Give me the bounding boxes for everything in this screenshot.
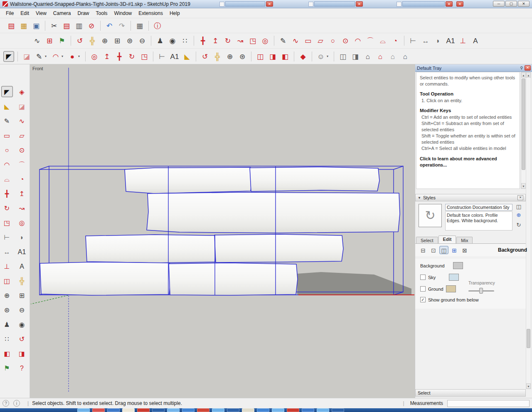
scrollbar-thumb[interactable] [522, 78, 525, 170]
background-window-close-icon[interactable]: ✕ [356, 1, 363, 7]
taskbar-button[interactable] [122, 408, 135, 412]
materials-browser-icon[interactable]: ◨ [267, 51, 278, 62]
zoom-icon[interactable]: ⊕ [1, 289, 13, 301]
styles-browser-icon[interactable]: ◧ [280, 51, 291, 62]
tags-icon[interactable]: ◆ [298, 51, 308, 62]
scroll-up-icon[interactable]: ▲ [521, 72, 526, 78]
background-window-close-icon[interactable]: ✕ [266, 1, 273, 7]
transparency-slider[interactable] [468, 288, 494, 294]
push-pull-icon[interactable]: ↥ [101, 51, 112, 62]
styles-close-icon[interactable]: ✕ [517, 195, 523, 200]
paint-bucket-icon[interactable]: ◣ [182, 51, 192, 62]
taskbar-button[interactable] [77, 408, 90, 412]
scroll-down-icon[interactable]: ▼ [521, 183, 526, 189]
erase-icon[interactable]: ⊘ [86, 20, 97, 31]
model-info-icon[interactable]: ⓘ [152, 20, 163, 31]
previous-view-icon[interactable]: ⊖ [16, 304, 28, 315]
sign-in-avatar-icon[interactable]: ☺ [315, 51, 326, 62]
select-icon[interactable]: ◤ [1, 86, 13, 97]
menu-draw[interactable]: Draw [74, 9, 93, 17]
orbit-icon[interactable]: ↺ [200, 51, 210, 62]
style-thumbnail[interactable]: ↻ [419, 204, 442, 227]
look-around-icon[interactable]: ◉ [167, 35, 178, 46]
shapes-dropdown[interactable]: ▾ [78, 54, 82, 58]
three-d-text-icon[interactable]: A [470, 35, 481, 46]
rotate-icon[interactable]: ↻ [222, 35, 233, 46]
taskbar-button[interactable] [197, 408, 209, 412]
follow-me-icon[interactable]: ↝ [235, 35, 246, 46]
offset-icon[interactable]: ◎ [260, 35, 271, 46]
orbit-icon[interactable]: ↺ [74, 35, 85, 46]
circle-icon[interactable]: ○ [328, 35, 338, 46]
rotate-icon[interactable]: ↻ [126, 51, 137, 62]
maximize-button[interactable]: ▢ [505, 1, 517, 7]
help-icon[interactable]: ? [16, 362, 28, 373]
text-icon[interactable]: A1 [16, 246, 28, 257]
taskbar-button[interactable] [227, 408, 239, 412]
zoom-icon[interactable]: ⊕ [99, 35, 110, 46]
info-icon[interactable]: i [13, 400, 20, 407]
tray-scrollbar[interactable]: ▲ ▼ [526, 72, 531, 389]
style-name-input[interactable]: Construction Documentation Sty [445, 204, 512, 211]
offset-icon[interactable]: ◎ [89, 51, 100, 62]
minimize-button[interactable]: ─ [493, 1, 505, 7]
protractor-icon[interactable]: ◗ [16, 231, 28, 243]
section-display-icon[interactable]: ◧ [1, 348, 13, 359]
taskbar-button[interactable] [152, 408, 165, 412]
plank-row4-right[interactable] [169, 263, 298, 295]
scroll-down-icon[interactable]: ▼ [526, 383, 531, 389]
paint-bucket-icon[interactable]: ◣ [1, 101, 13, 112]
background-color-swatch[interactable] [453, 262, 463, 269]
background-window-close-icon[interactable]: ✕ [446, 1, 453, 7]
two-point-arc-icon[interactable]: ⌒ [365, 35, 376, 46]
menu-camera[interactable]: Camera [50, 9, 74, 17]
measurements-input[interactable] [447, 400, 530, 407]
plank-row1-right[interactable] [250, 167, 379, 191]
background-window-tab[interactable]: ✕ [397, 1, 455, 7]
scale-icon[interactable]: ◳ [247, 35, 258, 46]
pie-icon[interactable]: ◔ [16, 173, 28, 184]
taskbar-button[interactable] [287, 408, 299, 412]
polygon-icon[interactable]: ⊙ [340, 35, 351, 46]
plank-row4-left[interactable] [40, 262, 171, 295]
text-icon[interactable]: A1 [169, 51, 180, 62]
print-icon[interactable]: ▦ [134, 20, 145, 31]
taskbar-button[interactable] [302, 408, 314, 412]
extension-warehouse-icon[interactable]: ⌂ [387, 51, 398, 62]
select-panel-header[interactable]: Select [415, 389, 526, 397]
sky-checkbox[interactable] [420, 275, 426, 280]
protractor-icon[interactable]: ◗ [433, 35, 443, 46]
background-window-close-icon[interactable]: ✕ [456, 1, 463, 7]
rotate-icon[interactable]: ↻ [1, 202, 13, 213]
taskbar-button[interactable] [317, 408, 329, 412]
pie-icon[interactable]: ◔ [390, 35, 401, 46]
move-icon[interactable]: ╋ [1, 188, 13, 199]
ground-color-swatch[interactable] [446, 285, 456, 292]
add-location-icon[interactable]: ⚑ [1, 362, 13, 373]
walk-icon[interactable]: ∷ [180, 35, 190, 46]
plank-row1-left[interactable] [125, 167, 252, 194]
push-pull-icon[interactable]: ↥ [210, 35, 221, 46]
tape-measure-icon[interactable]: ⊢ [157, 51, 167, 62]
tray-header[interactable]: Default Tray ⚲ ✕ [415, 64, 532, 72]
axes-icon[interactable]: ⊥ [458, 35, 468, 46]
line-dropdown[interactable]: ▾ [45, 54, 49, 58]
follow-me-icon[interactable]: ↝ [16, 202, 28, 213]
dimension-icon[interactable]: ↔ [1, 246, 13, 257]
pan-icon[interactable]: ╬ [87, 35, 98, 46]
taskbar-button[interactable] [167, 408, 180, 412]
arc-dropdown[interactable]: ▾ [62, 54, 65, 58]
background-window-tab[interactable]: ✕ [219, 1, 275, 7]
plank-row2[interactable] [147, 192, 400, 233]
rectangle-icon[interactable]: ▭ [1, 130, 13, 141]
rectangle-icon[interactable]: ▭ [303, 35, 313, 46]
walk-icon[interactable]: ∷ [1, 333, 13, 344]
trimble-connect-icon[interactable]: ⌂ [400, 51, 411, 62]
previous-view-icon[interactable]: ⊖ [137, 35, 148, 46]
open-icon[interactable]: ▦ [18, 20, 29, 31]
new-style-icon[interactable]: ⊕ [515, 211, 522, 218]
pan-icon[interactable]: ╬ [16, 275, 28, 286]
three-point-arc-icon[interactable]: ⌓ [1, 173, 13, 184]
copy-icon[interactable]: ▤ [61, 20, 72, 31]
background-window-tab[interactable]: ✕ [456, 1, 467, 7]
